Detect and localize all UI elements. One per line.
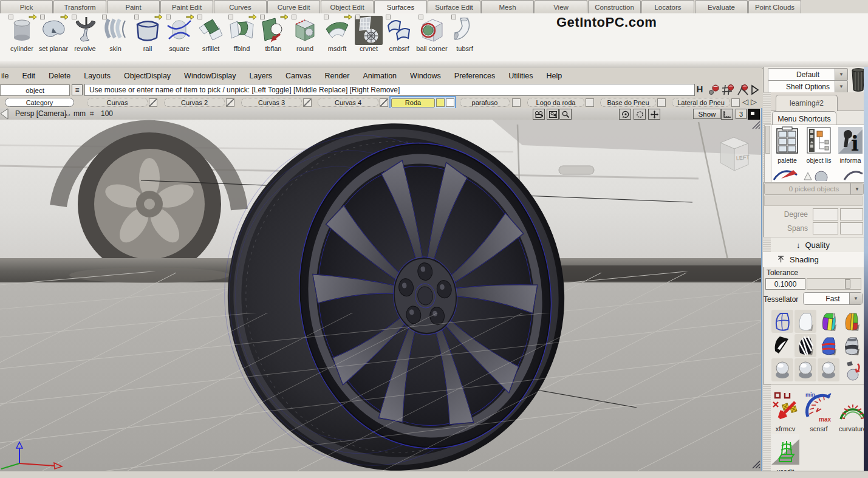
menu-preferences[interactable]: Preferences xyxy=(448,72,502,80)
option-box[interactable] xyxy=(451,15,456,19)
camera-icon[interactable] xyxy=(533,109,545,120)
tool-revolve[interactable]: revolve xyxy=(69,16,101,52)
layer-curvas3-chip[interactable] xyxy=(303,98,312,107)
object-name-field[interactable] xyxy=(764,196,863,206)
layer-curvas4-chip[interactable] xyxy=(380,98,388,107)
tab-paint[interactable]: Paint xyxy=(107,0,160,13)
tool-skin[interactable]: skin xyxy=(100,16,131,52)
layer-roda-chip-assigned[interactable] xyxy=(436,98,445,107)
menu-layouts[interactable]: Layouts xyxy=(77,72,117,80)
degree-field-1[interactable] xyxy=(813,208,838,220)
menu-file[interactable]: ile xyxy=(0,72,16,80)
option-box[interactable] xyxy=(9,15,13,19)
tolerance-slider[interactable] xyxy=(807,278,861,290)
tab-surfaces[interactable]: Surfaces xyxy=(374,0,427,13)
layer-category-button[interactable]: Category xyxy=(5,98,74,107)
tab-view[interactable]: View xyxy=(535,0,587,13)
tool-cylinder[interactable]: cylinder xyxy=(6,16,38,52)
tab-construction[interactable]: Construction xyxy=(588,0,641,13)
tool-crvnet[interactable]: crvnet xyxy=(353,16,384,52)
tool-rail[interactable]: rail xyxy=(132,16,163,52)
tool-ffblnd[interactable]: ffblnd xyxy=(226,16,258,52)
tab-point-clouds[interactable]: Point Clouds xyxy=(748,0,801,13)
tab-learning2[interactable]: learning#2 xyxy=(776,95,838,111)
shade-flat-tile[interactable] xyxy=(795,310,816,333)
option-box[interactable] xyxy=(228,15,233,19)
option-box[interactable] xyxy=(419,15,423,19)
layer-logo-chip[interactable] xyxy=(586,98,594,107)
tab-curve-edit[interactable]: Curve Edit xyxy=(267,0,320,13)
option-box[interactable] xyxy=(324,15,329,19)
point-snap-icon[interactable] xyxy=(707,84,720,96)
viewport-units[interactable]: mm xyxy=(73,109,86,118)
render-sphere-3-tile[interactable] xyxy=(818,358,839,381)
layer-curvas2-chip[interactable] xyxy=(226,98,234,107)
ruler-icon[interactable] xyxy=(721,109,733,120)
prompt-list-icon[interactable]: ≡ xyxy=(72,84,83,95)
picked-objects-select[interactable]: 0 picked objects ▼ xyxy=(764,183,864,195)
option-box[interactable] xyxy=(355,15,360,19)
tool-object-lister[interactable]: object lis xyxy=(804,126,833,164)
panel-scrollbar-edge[interactable] xyxy=(864,67,868,478)
chevron-down-icon[interactable]: ▼ xyxy=(835,69,847,80)
tessellator-select[interactable]: Fast ▼ xyxy=(803,292,863,305)
layer-curvas-chip[interactable] xyxy=(149,98,157,107)
perspective-viewport[interactable]: LEFT xyxy=(0,120,762,471)
tool-palette[interactable]: palette xyxy=(773,126,802,164)
tool-set-planar[interactable]: set planar xyxy=(38,16,69,52)
window-corner-icon[interactable] xyxy=(748,109,760,120)
menu-utilities[interactable]: Utilities xyxy=(502,72,539,80)
show-button[interactable]: Show xyxy=(693,109,721,119)
option-box[interactable] xyxy=(134,15,139,19)
menu-windowdisplay[interactable]: WindowDisplay xyxy=(177,72,242,80)
layer-parafuso[interactable]: parafuso xyxy=(460,98,510,107)
tool-xsedit[interactable]: xsedit xyxy=(771,434,800,475)
menu-animation[interactable]: Animation xyxy=(356,72,403,80)
chevron-down-icon[interactable]: ▼ xyxy=(850,183,863,194)
chevron-down-icon[interactable]: ▼ xyxy=(835,81,847,92)
tool-square[interactable]: square xyxy=(163,16,195,52)
curve-snap-icon[interactable] xyxy=(736,84,750,96)
tool-scnsrf[interactable]: min max scnsrf xyxy=(804,391,833,432)
tab-mesh[interactable]: Mesh xyxy=(481,0,534,13)
menu-layers[interactable]: Layers xyxy=(243,72,279,80)
shade-wireframe-tile[interactable] xyxy=(771,310,793,333)
layer-curvas[interactable]: Curvas xyxy=(87,98,148,107)
quality-section-header[interactable]: ↓ Quality xyxy=(763,237,868,253)
section-drag-handle[interactable] xyxy=(763,237,771,252)
shelf-set-select[interactable]: Default ▼ xyxy=(768,68,848,81)
tool-information[interactable]: i informa xyxy=(836,126,865,164)
layer-lateral-do-pneu[interactable]: Lateral do Pneu xyxy=(672,98,730,107)
shade-highlight-tile[interactable] xyxy=(818,334,839,357)
layer-curvas3[interactable]: Curvas 3 xyxy=(241,98,302,107)
shelf-options-select[interactable]: Shelf Options ▼ xyxy=(768,80,848,93)
tab-paint-edit[interactable]: Paint Edit xyxy=(160,0,213,13)
spans-field-1[interactable] xyxy=(813,222,838,234)
shade-chrome-tile[interactable] xyxy=(841,334,863,357)
menu-objectdisplay[interactable]: ObjectDisplay xyxy=(117,72,177,80)
grid-snap-icon[interactable] xyxy=(722,84,735,96)
layer-base-chip[interactable] xyxy=(657,98,666,107)
layer-roda[interactable]: Roda xyxy=(391,98,435,108)
viewport-camera-label[interactable]: Persp [Camera] xyxy=(15,109,66,118)
layer-curvas4[interactable]: Curvas 4 xyxy=(318,98,378,107)
pick-mode-select[interactable]: object xyxy=(0,84,70,96)
option-box[interactable] xyxy=(386,15,391,19)
render-sphere-1-tile[interactable] xyxy=(771,358,793,381)
layer-scroll-arrows[interactable]: ◁▷ xyxy=(742,97,759,106)
tool-cmbsrf[interactable]: cmbsrf xyxy=(383,16,415,52)
panel-drag-strip[interactable] xyxy=(763,384,771,478)
tab-menu-shortcuts[interactable]: Menu Shortcuts xyxy=(772,111,836,126)
tab-object-edit[interactable]: Object Edit xyxy=(321,0,374,13)
option-box[interactable] xyxy=(197,15,202,19)
layer-roda-chip[interactable] xyxy=(446,98,454,107)
tool-xfrmcv[interactable]: xfrmcv xyxy=(771,391,800,432)
prompt-input[interactable] xyxy=(84,84,695,96)
viewport-resize-icon-bottom[interactable] xyxy=(752,460,760,469)
history-icon[interactable]: H xyxy=(695,84,705,95)
menu-delete[interactable]: Delete xyxy=(42,72,77,80)
option-box[interactable] xyxy=(292,15,296,19)
zoom-icon[interactable] xyxy=(559,109,572,120)
render-spray-tile[interactable] xyxy=(841,358,863,381)
tool-round[interactable]: round xyxy=(289,16,321,52)
